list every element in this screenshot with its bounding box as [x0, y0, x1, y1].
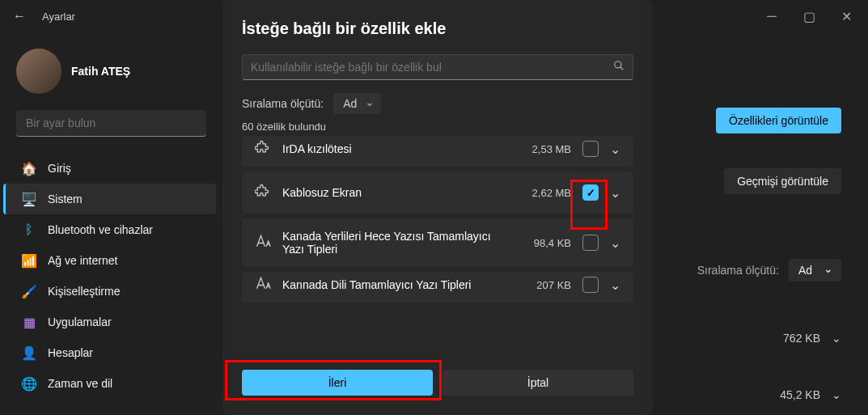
sidebar-item-sistem[interactable]: 🖥️Sistem — [3, 184, 216, 214]
feature-size: 98,4 KB — [519, 237, 571, 249]
bg-size: 45,2 KB — [780, 388, 820, 401]
modal-sort-label: Sıralama ölçütü: — [242, 97, 324, 110]
sidebar-item-bluetooth-ve-cihazlar[interactable]: ᛒBluetooth ve cihazlar — [0, 214, 222, 245]
window-title: Ayarlar — [42, 11, 75, 23]
next-button[interactable]: İleri — [242, 370, 433, 396]
features-found-count: 60 özellik bulundu — [242, 121, 633, 133]
feature-name: Kanada Yerlileri Hece Yazısı Tamamlayıcı… — [282, 230, 508, 256]
profile-name: Fatih ATEŞ — [71, 65, 130, 78]
sidebar-item-uygulamalar[interactable]: ▦Uygulamalar — [0, 307, 222, 337]
sidebar-item-zaman-ve-dil[interactable]: 🌐Zaman ve dil — [0, 368, 222, 399]
nav-icon: 📶 — [22, 253, 36, 268]
feature-checkbox[interactable]: ✓ — [582, 184, 599, 201]
feature-checkbox[interactable] — [582, 141, 599, 157]
chevron-down-icon[interactable]: ⌄ — [610, 185, 620, 201]
chevron-down-icon[interactable]: ⌄ — [610, 235, 620, 251]
view-history-button[interactable]: Geçmişi görüntüle — [724, 168, 841, 194]
sidebar-item-label: Hesaplar — [48, 346, 93, 359]
modal-sort-dropdown[interactable]: Ad — [333, 93, 381, 114]
feature-size: 2,53 MB — [519, 143, 571, 155]
feature-checkbox[interactable] — [582, 235, 599, 251]
feature-search[interactable] — [242, 54, 633, 80]
close-button[interactable]: ✕ — [828, 3, 865, 29]
font-icon — [255, 275, 271, 294]
sidebar-item-ağ-ve-internet[interactable]: 📶Ağ ve internet — [0, 245, 222, 276]
sidebar-item-label: Uygulamalar — [48, 315, 112, 328]
feature-search-input[interactable] — [251, 61, 613, 74]
view-features-button[interactable]: Özellikleri görüntüle — [716, 108, 841, 133]
maximize-button[interactable]: ▢ — [790, 3, 828, 29]
nav-icon: 🖥️ — [22, 192, 36, 206]
sidebar-item-label: Ağ ve internet — [48, 254, 117, 267]
sidebar-item-label: Giriş — [48, 162, 71, 175]
nav-icon: ᛒ — [22, 222, 36, 237]
profile[interactable]: Fatih ATEŞ — [0, 49, 222, 110]
feature-name: IrDA kızılötesi — [282, 142, 508, 155]
sort-label: Sıralama ölçütü: — [697, 264, 779, 277]
modal-title: İsteğe bağlı bir özellik ekle — [242, 19, 633, 38]
puzzle-icon — [255, 139, 271, 159]
sidebar-item-hesaplar[interactable]: 👤Hesaplar — [0, 337, 222, 368]
sidebar-item-label: Sistem — [48, 193, 83, 205]
avatar — [16, 49, 61, 94]
nav-icon: 🏠 — [22, 161, 36, 176]
sidebar-item-label: Kişiselleştirme — [48, 285, 120, 298]
bg-feature-row[interactable]: 45,2 KB ⌄ — [780, 388, 841, 401]
svg-point-0 — [615, 61, 621, 68]
font-icon — [255, 233, 271, 252]
feature-size: 2,62 MB — [519, 187, 571, 199]
settings-search-input[interactable] — [16, 110, 206, 137]
search-icon — [613, 60, 625, 74]
nav-icon: 🌐 — [22, 376, 36, 391]
feature-item[interactable]: IrDA kızılötesi2,53 MB⌄ — [242, 136, 633, 167]
sort-dropdown[interactable]: Ad — [789, 259, 841, 282]
feature-size: 207 KB — [519, 279, 571, 291]
chevron-down-icon: ⌄ — [832, 332, 841, 345]
back-button[interactable]: ← — [3, 2, 36, 30]
chevron-down-icon[interactable]: ⌄ — [610, 142, 620, 157]
sidebar-item-label: Zaman ve dil — [48, 377, 112, 390]
svg-line-1 — [620, 67, 624, 70]
chevron-down-icon[interactable]: ⌄ — [610, 277, 620, 293]
bg-feature-row[interactable]: 762 KB ⌄ — [783, 332, 841, 345]
nav-icon: ▦ — [22, 315, 36, 329]
chevron-down-icon: ⌄ — [832, 388, 841, 401]
puzzle-icon — [255, 183, 271, 202]
feature-checkbox[interactable] — [582, 277, 599, 293]
sidebar-item-giriş[interactable]: 🏠Giriş — [0, 153, 222, 184]
nav-icon: 🖌️ — [22, 284, 36, 299]
feature-item[interactable]: Kannada Dili Tamamlayıcı Yazı Tipleri207… — [242, 272, 633, 303]
feature-name: Kannada Dili Tamamlayıcı Yazı Tipleri — [282, 278, 508, 291]
minimize-button[interactable]: ─ — [753, 3, 790, 29]
feature-name: Kablosuz Ekran — [282, 186, 508, 199]
add-feature-modal: İsteğe bağlı bir özellik ekle Sıralama ö… — [222, 0, 653, 415]
feature-item[interactable]: Kablosuz Ekran2,62 MB✓⌄ — [242, 172, 633, 214]
sidebar-item-kişiselleştirme[interactable]: 🖌️Kişiselleştirme — [0, 276, 222, 307]
sidebar-item-label: Bluetooth ve cihazlar — [48, 223, 153, 236]
cancel-button[interactable]: İptal — [442, 370, 633, 396]
bg-size: 762 KB — [783, 332, 820, 345]
nav-icon: 👤 — [22, 345, 36, 360]
feature-item[interactable]: Kanada Yerlileri Hece Yazısı Tamamlayıcı… — [242, 218, 633, 267]
